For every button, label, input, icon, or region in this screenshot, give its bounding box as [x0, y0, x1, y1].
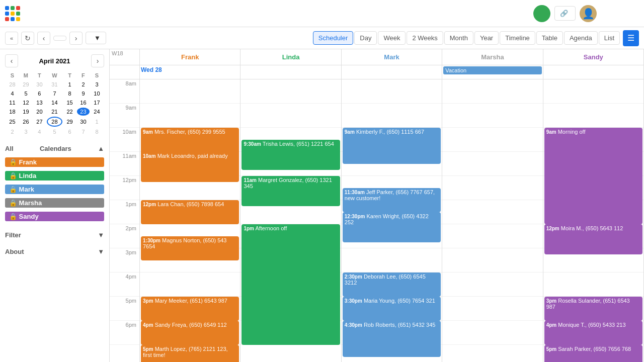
- mini-cal-day[interactable]: 3: [91, 80, 103, 88]
- info-button[interactable]: [622, 5, 639, 22]
- calendar-event[interactable]: 9am Kimberly F., (650) 1115 667: [343, 128, 441, 164]
- mini-cal-day[interactable]: 12: [20, 99, 32, 107]
- tab-timeline[interactable]: Timeline: [500, 31, 535, 45]
- mini-cal-day[interactable]: 9: [77, 89, 90, 98]
- mini-cal-day[interactable]: 22: [63, 108, 76, 116]
- mini-cal-day[interactable]: 2: [77, 80, 90, 88]
- calendar-event[interactable]: 4:30pm Rob Roberts, (651) 5432 345: [343, 321, 441, 357]
- mini-cal-day[interactable]: 7: [47, 89, 62, 98]
- about-section: About ▼: [5, 245, 104, 258]
- mini-cal-day[interactable]: 31: [47, 80, 62, 88]
- calendar-item-mark[interactable]: 🔒 Mark: [5, 183, 104, 196]
- calendar-event[interactable]: 3:30pm Maria Young, (650) 7654 321: [343, 297, 441, 321]
- tab-year[interactable]: Year: [474, 31, 499, 45]
- calendar-item-frank[interactable]: 🔒 Frank: [5, 155, 104, 169]
- calendar-event[interactable]: 3pm Rosella Sulander, (651) 6543 987: [544, 297, 642, 321]
- prev-button[interactable]: ‹: [37, 32, 50, 45]
- mini-cal-day[interactable]: 4: [33, 128, 46, 136]
- calendar-event[interactable]: 12:30pm Karen Wright, (650) 4322 252: [343, 212, 441, 242]
- calendars-header[interactable]: All Calendars ▲: [5, 142, 104, 155]
- date-selector[interactable]: ▼: [86, 32, 106, 44]
- calendar-event[interactable]: 5pm Sarah Parker, (650) 7656 768: [544, 345, 642, 362]
- refresh-button[interactable]: ↻: [21, 32, 34, 45]
- menu-button[interactable]: ☰: [623, 30, 639, 46]
- mini-cal-day[interactable]: 3: [20, 128, 32, 136]
- calendar-event[interactable]: 11am Margret Gonzalez, (650) 1321 345: [242, 176, 340, 206]
- calendar-event[interactable]: 9:30am Trisha Lewis, (651) 1221 654: [242, 140, 340, 170]
- mini-cal-day[interactable]: 29: [20, 80, 32, 88]
- calendar-item-linda[interactable]: 🔒 Linda: [5, 169, 104, 183]
- mini-cal-day[interactable]: 15: [63, 99, 76, 107]
- calendar-event[interactable]: 2:30pm Deborah Lee, (650) 6545 3212: [343, 273, 441, 297]
- mini-cal-day[interactable]: 24: [91, 108, 103, 116]
- event-time: 1:30pm: [143, 238, 160, 243]
- tab-scheduler[interactable]: Scheduler: [313, 31, 354, 45]
- mini-cal-day[interactable]: 20: [33, 108, 46, 116]
- mini-cal-day[interactable]: 28: [47, 117, 62, 127]
- mini-cal-day[interactable]: 19: [20, 108, 32, 116]
- mini-cal-day[interactable]: 8: [91, 128, 103, 136]
- mini-cal-day[interactable]: 28: [6, 80, 19, 88]
- mini-cal-day[interactable]: 14: [47, 99, 62, 107]
- mini-cal-day[interactable]: 6: [33, 89, 46, 98]
- calendar-event[interactable]: 3pm Mary Meeker, (651) 6543 987: [141, 297, 239, 321]
- calendar-event[interactable]: 10am Mark Leoandro, paid already: [141, 152, 239, 182]
- mini-cal-day[interactable]: 10: [91, 89, 103, 98]
- filter-header[interactable]: Filter ▼: [5, 228, 104, 242]
- mini-cal-day[interactable]: 23: [77, 108, 90, 116]
- mini-cal-day[interactable]: 13: [33, 99, 46, 107]
- mini-cal-day[interactable]: 25: [6, 117, 19, 127]
- tab-list[interactable]: List: [599, 31, 620, 45]
- all-staff-button[interactable]: 🔗: [554, 6, 576, 21]
- calendar-event[interactable]: 1pm Afternoon off: [242, 224, 340, 345]
- calendar-event[interactable]: 11:30am Jeff Parker, (656) 7767 657, new…: [343, 188, 441, 212]
- mini-cal-day[interactable]: 1: [63, 80, 76, 88]
- mini-cal-day[interactable]: 6: [63, 128, 76, 136]
- tab-month[interactable]: Month: [444, 31, 473, 45]
- mini-cal-day[interactable]: 2: [6, 128, 19, 136]
- mini-cal-day[interactable]: 8: [63, 89, 76, 98]
- mini-cal-prev[interactable]: ‹: [5, 54, 18, 67]
- time-slot: 9am: [110, 104, 139, 128]
- mini-cal-day[interactable]: 4: [6, 89, 19, 98]
- calendar-event[interactable]: 12pm Moira M., (650) 5643 112: [544, 224, 642, 254]
- calendar-event[interactable]: 1:30pm Magnus Norton, (650) 543 7654: [141, 236, 239, 260]
- mini-cal-day[interactable]: 16: [77, 99, 90, 107]
- mini-cal-day[interactable]: 5: [47, 128, 62, 136]
- tab-table[interactable]: Table: [536, 31, 563, 45]
- tab-week[interactable]: Week: [378, 31, 406, 45]
- cal-column-headers: W18 Frank Linda Mark Marsha Sandy: [110, 49, 644, 65]
- double-prev-button[interactable]: «: [5, 32, 18, 45]
- tab-agenda[interactable]: Agenda: [564, 31, 598, 45]
- mini-cal-day[interactable]: 30: [33, 80, 46, 88]
- mini-cal-day[interactable]: 30: [77, 117, 90, 127]
- mini-cal-day[interactable]: 17: [91, 99, 103, 107]
- about-header[interactable]: About ▼: [5, 245, 104, 258]
- calendar-event[interactable]: 4pm Monique T., (650) 5433 213: [544, 321, 642, 345]
- mini-cal-day[interactable]: 18: [6, 108, 19, 116]
- header-right: 🔗 👤: [533, 5, 639, 22]
- mini-cal-day[interactable]: 1: [91, 117, 103, 127]
- add-button[interactable]: [533, 5, 550, 22]
- today-button[interactable]: [53, 36, 66, 41]
- mini-cal-day[interactable]: 11: [6, 99, 19, 107]
- search-button[interactable]: [601, 5, 618, 22]
- next-button[interactable]: ›: [69, 32, 83, 45]
- mini-cal-day[interactable]: 5: [20, 89, 32, 98]
- tab-2weeks[interactable]: 2 Weeks: [407, 31, 443, 45]
- calendar-item-marsha[interactable]: 🔒 Marsha: [5, 196, 104, 210]
- avatar[interactable]: 👤: [580, 5, 597, 22]
- vacation-event[interactable]: Vacation: [443, 66, 541, 74]
- mini-cal-day[interactable]: 29: [63, 117, 76, 127]
- tab-day[interactable]: Day: [354, 31, 377, 45]
- calendar-event[interactable]: 5pm Marth Lopez, (765) 2121 123, first t…: [141, 345, 239, 362]
- calendar-event[interactable]: 12pm Lara Chan, (650) 7898 654: [141, 200, 239, 224]
- mini-cal-day[interactable]: 7: [77, 128, 90, 136]
- mini-cal-day[interactable]: 27: [33, 117, 46, 127]
- calendar-event[interactable]: 9am Morning off: [544, 128, 642, 224]
- calendar-item-sandy[interactable]: 🔒 Sandy: [5, 210, 104, 223]
- calendar-event[interactable]: 4pm Sandy Freya, (650) 6549 112: [141, 321, 239, 345]
- mini-cal-day[interactable]: 26: [20, 117, 32, 127]
- mini-cal-day[interactable]: 21: [47, 108, 62, 116]
- mini-cal-next[interactable]: ›: [91, 54, 104, 67]
